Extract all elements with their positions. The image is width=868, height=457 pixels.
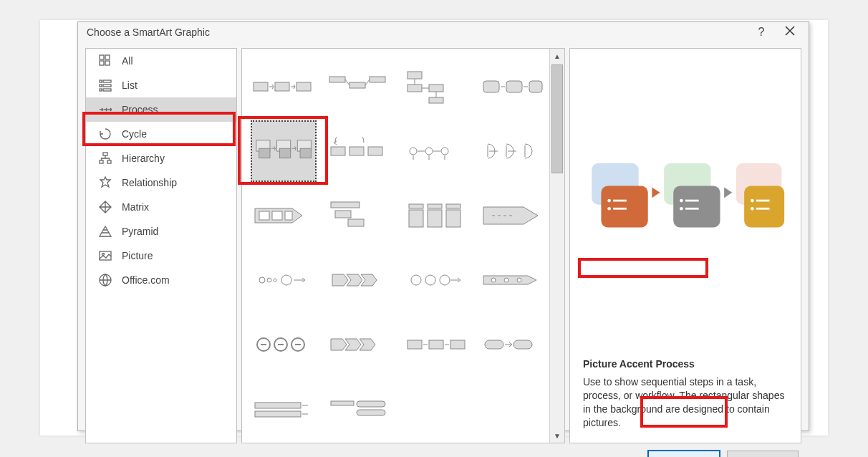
layout-thumb[interactable] bbox=[403, 120, 469, 182]
sidebar-item-list[interactable]: List bbox=[86, 73, 236, 97]
layout-thumb[interactable] bbox=[403, 249, 469, 311]
layout-thumb[interactable] bbox=[251, 56, 317, 117]
scroll-thumb[interactable] bbox=[551, 64, 563, 173]
svg-point-59 bbox=[440, 275, 450, 285]
sidebar-item-label: Picture bbox=[122, 250, 153, 261]
svg-rect-36 bbox=[349, 147, 364, 155]
gallery-scrollbar[interactable]: ▲ ▼ bbox=[549, 49, 564, 443]
svg-point-57 bbox=[411, 275, 421, 285]
sidebar-item-label: Matrix bbox=[122, 201, 149, 213]
layout-thumb[interactable] bbox=[327, 185, 392, 246]
svg-point-84 bbox=[607, 207, 611, 211]
svg-point-14 bbox=[102, 254, 105, 256]
svg-rect-10 bbox=[103, 153, 107, 155]
scroll-up-arrow[interactable]: ▲ bbox=[550, 49, 564, 63]
layout-thumb[interactable] bbox=[251, 314, 317, 375]
svg-rect-27 bbox=[506, 81, 522, 92]
svg-rect-69 bbox=[485, 340, 503, 349]
layout-thumb[interactable] bbox=[403, 185, 469, 246]
layout-thumb[interactable] bbox=[403, 314, 469, 375]
svg-point-86 bbox=[680, 199, 683, 203]
cycle-icon bbox=[99, 128, 112, 140]
svg-rect-9 bbox=[103, 89, 111, 91]
sidebar-item-matrix[interactable]: Matrix bbox=[86, 195, 236, 219]
svg-rect-49 bbox=[428, 204, 442, 208]
svg-point-38 bbox=[410, 148, 417, 155]
svg-rect-68 bbox=[450, 340, 465, 349]
svg-rect-26 bbox=[483, 81, 499, 92]
layout-name: Picture Accent Process bbox=[583, 358, 788, 370]
layout-thumb[interactable] bbox=[479, 56, 545, 117]
scroll-down-arrow[interactable]: ▼ bbox=[550, 428, 564, 443]
svg-rect-6 bbox=[100, 85, 102, 87]
sidebar-item-officecom[interactable]: Office.com bbox=[86, 268, 236, 292]
sidebar-item-picture[interactable]: Picture bbox=[86, 244, 236, 268]
svg-rect-42 bbox=[272, 211, 282, 220]
sidebar-item-label: Pyramid bbox=[122, 226, 158, 237]
svg-rect-75 bbox=[357, 410, 385, 415]
svg-point-54 bbox=[267, 278, 271, 282]
svg-rect-25 bbox=[429, 97, 443, 103]
layout-thumb[interactable] bbox=[479, 314, 545, 375]
sidebar-item-label: List bbox=[122, 80, 138, 91]
svg-point-60 bbox=[491, 278, 496, 282]
help-button[interactable]: ? bbox=[747, 22, 776, 42]
svg-rect-47 bbox=[409, 204, 423, 208]
svg-rect-83 bbox=[613, 200, 627, 202]
svg-rect-93 bbox=[756, 208, 770, 210]
sidebar-item-label: Hierarchy bbox=[122, 153, 165, 164]
close-icon bbox=[785, 26, 795, 39]
svg-rect-34 bbox=[300, 148, 311, 158]
svg-rect-0 bbox=[100, 55, 104, 59]
svg-rect-81 bbox=[744, 186, 784, 228]
layout-thumb[interactable] bbox=[327, 378, 392, 440]
svg-rect-50 bbox=[428, 210, 442, 227]
svg-rect-43 bbox=[285, 211, 292, 220]
sidebar-item-all[interactable]: All bbox=[86, 49, 236, 73]
svg-rect-44 bbox=[331, 202, 360, 208]
dialog-title: Choose a SmartArt Graphic bbox=[87, 27, 747, 38]
close-button[interactable] bbox=[776, 22, 804, 42]
svg-rect-30 bbox=[259, 148, 270, 158]
globe-icon bbox=[99, 274, 112, 287]
layout-thumb[interactable] bbox=[479, 249, 545, 311]
layout-thumb[interactable] bbox=[327, 249, 392, 311]
layout-thumb[interactable] bbox=[327, 56, 392, 117]
layout-thumb[interactable] bbox=[403, 56, 469, 117]
sidebar-item-pyramid[interactable]: Pyramid bbox=[86, 219, 236, 244]
layout-description: Use to show sequential steps in a task, … bbox=[583, 375, 788, 430]
cancel-button[interactable]: Cancel bbox=[727, 451, 799, 457]
svg-point-39 bbox=[425, 148, 433, 155]
layout-preview-panel: Picture Accent Process Use to show seque… bbox=[569, 48, 801, 443]
scroll-track[interactable] bbox=[550, 63, 564, 428]
layout-thumb[interactable] bbox=[327, 314, 392, 375]
layout-thumb[interactable] bbox=[251, 378, 317, 440]
svg-rect-72 bbox=[255, 411, 301, 417]
svg-rect-67 bbox=[429, 340, 443, 349]
sidebar-item-hierarchy[interactable]: Hierarchy bbox=[86, 146, 236, 170]
svg-rect-2 bbox=[100, 61, 104, 65]
sidebar-item-label: Relationship bbox=[122, 177, 177, 188]
layout-thumb[interactable] bbox=[403, 378, 469, 440]
layout-thumb[interactable] bbox=[251, 249, 317, 311]
sidebar-item-label: Cycle bbox=[122, 128, 147, 140]
svg-rect-20 bbox=[349, 82, 365, 88]
smartart-dialog: Choose a SmartArt Graphic ? All List Pro… bbox=[77, 21, 809, 431]
svg-rect-46 bbox=[348, 219, 364, 226]
layout-thumb[interactable] bbox=[251, 185, 317, 246]
sidebar-item-cycle[interactable]: Cycle bbox=[86, 122, 236, 146]
ok-button[interactable]: OK bbox=[648, 451, 720, 457]
svg-rect-17 bbox=[275, 82, 289, 91]
layout-thumb[interactable] bbox=[479, 185, 545, 246]
svg-rect-7 bbox=[103, 85, 111, 87]
svg-rect-16 bbox=[254, 82, 268, 91]
layout-thumb[interactable] bbox=[327, 120, 392, 182]
layout-thumb-selected[interactable] bbox=[251, 120, 317, 182]
layout-thumb[interactable] bbox=[479, 120, 545, 182]
svg-rect-23 bbox=[408, 85, 422, 92]
layout-thumb[interactable] bbox=[479, 378, 545, 440]
sidebar-item-relationship[interactable]: Relationship bbox=[86, 170, 236, 195]
sidebar-item-process[interactable]: Process bbox=[86, 97, 236, 122]
svg-rect-89 bbox=[685, 208, 699, 210]
dialog-footer: OK Cancel bbox=[78, 451, 809, 457]
